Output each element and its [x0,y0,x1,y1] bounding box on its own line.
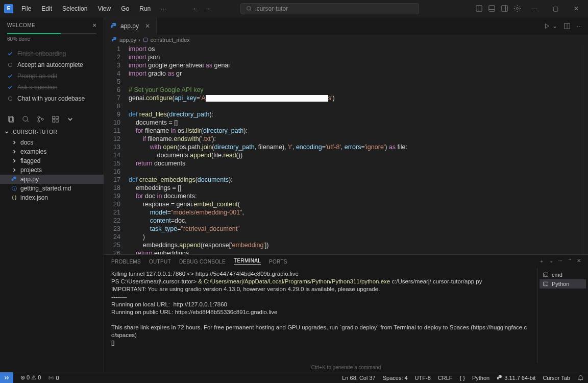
info-file-icon [11,185,17,192]
status-cursor-tab[interactable]: Cursor Tab [543,375,570,381]
function-icon [142,37,149,43]
app-logo[interactable]: E [4,4,13,13]
svg-point-12 [41,118,43,121]
run-button-icon[interactable] [543,22,550,30]
window-maximize[interactable]: ▢ [548,5,564,12]
svg-point-9 [23,116,28,121]
breadcrumb-symbol: construct_index [151,37,190,43]
minimap[interactable] [583,45,588,254]
welcome-close[interactable]: ✕ [92,22,97,28]
tree-file-app-py[interactable]: app.py [0,175,104,184]
explorer-files-icon[interactable] [7,115,15,123]
check-icon [7,51,13,57]
status-bell-icon[interactable] [577,374,584,381]
status-encoding[interactable]: UTF-8 [415,375,431,381]
window-minimize[interactable]: — [526,5,543,12]
panel-close[interactable]: ✕ [577,258,581,265]
tab-close-icon[interactable]: ✕ [145,22,150,30]
task-item[interactable]: Chat with your codebase [7,93,96,104]
chevron-right-icon [11,139,17,146]
panel-new-terminal[interactable]: ＋ [539,258,544,265]
menu-file[interactable]: File [17,3,35,14]
explorer-extensions-icon[interactable] [52,115,59,123]
status-spaces[interactable]: Spaces: 4 [383,375,408,381]
task-item[interactable]: Accept an autocomplete [7,59,96,70]
explorer-git-icon[interactable] [37,115,44,123]
tree-folder-flagged[interactable]: flagged [0,156,104,165]
tree-folder-projects[interactable]: projects [0,165,104,175]
task-item[interactable]: Prompt an edit [7,70,96,82]
tree-label: examples [20,148,46,155]
workspace-header[interactable]: .CURSOR-TUTOR [0,127,104,137]
menu-view[interactable]: View [93,3,115,14]
status-lang-brace[interactable]: { } [460,375,465,381]
terminal-session-python[interactable]: Python [540,279,586,289]
menu-more[interactable]: ··· [157,3,170,14]
python-file-icon [111,37,117,43]
svg-point-5 [8,63,12,67]
explorer-chevron-icon[interactable] [66,115,74,123]
terminal-output[interactable]: Killing tunnel 127.0.0.1:7860 <> https:/… [104,268,537,363]
menu-selection[interactable]: Selection [58,3,91,14]
code-editor[interactable]: 1234567891011121314151617181920212223242… [104,45,588,254]
tree-folder-docs[interactable]: docs [0,138,104,147]
status-cursor-pos[interactable]: Ln 68, Col 37 [342,375,375,381]
circle-icon [7,62,13,68]
window-close[interactable]: ✕ [569,5,584,12]
svg-rect-13 [53,116,55,119]
layout-sidebar-right-icon[interactable] [501,5,508,12]
task-item[interactable]: Finish onboarding [7,48,96,59]
settings-gear-icon[interactable] [513,5,521,12]
menu-run[interactable]: Run [135,3,155,14]
tree-folder-examples[interactable]: examples [0,147,104,156]
session-label: Python [552,281,569,287]
editor-more[interactable]: ··· [577,22,582,30]
nav-back[interactable]: ← [192,5,199,12]
panel-more[interactable]: ··· [558,258,562,265]
sidebar: WELCOME ✕ 60% done Finish onboardingAcce… [0,17,104,372]
tree-file-getting_started-md[interactable]: getting_started.md [0,184,104,193]
task-item[interactable]: Ask a question [7,82,96,93]
panel-dropdown[interactable]: ⌄ [549,258,553,265]
svg-rect-14 [56,116,58,119]
terminal-session-cmd[interactable]: cmd [540,270,586,279]
tab-app-py[interactable]: app.py ✕ [104,17,157,35]
status-eol[interactable]: CRLF [438,375,453,381]
tree-label: docs [20,139,33,146]
menu-edit[interactable]: Edit [37,3,56,14]
panel-tab-debug-console[interactable]: DEBUG CONSOLE [179,259,226,265]
status-ports[interactable]: 0 [48,375,59,381]
svg-rect-20 [143,38,148,42]
progress-label: 60% done [7,36,96,42]
chevron-right-icon [11,158,17,164]
breadcrumb[interactable]: app.py › construct_index [104,35,588,45]
status-python-version[interactable]: 3.11.7 64-bit [497,375,535,381]
panel-maximize[interactable]: ⌃ [568,258,572,265]
panel-tab-ports[interactable]: PORTS [269,259,287,265]
layout-panel-icon[interactable] [488,5,496,12]
svg-point-4 [517,8,519,10]
session-label: cmd [552,272,562,278]
svg-point-10 [38,116,40,118]
split-editor-icon[interactable] [564,22,571,30]
status-lang[interactable]: Python [472,375,489,381]
menu-go[interactable]: Go [117,3,133,14]
run-dropdown[interactable]: ⌄ [552,22,557,30]
remote-button[interactable] [0,372,13,384]
tree-file-index-json[interactable]: index.json [0,193,104,202]
chevron-right-icon [11,167,17,173]
status-errors[interactable]: ⊗ 0 ⚠ 0 [20,374,41,381]
panel-tab-output[interactable]: OUTPUT [149,259,171,265]
task-label: Prompt an edit [17,73,57,80]
command-search[interactable]: .cursor-tutor [240,3,419,14]
explorer-search-icon[interactable] [22,115,30,123]
nav-forward[interactable]: → [205,5,211,12]
title-bar: E FileEditSelectionViewGoRun··· ← → .cur… [0,0,588,17]
breadcrumb-file: app.py [119,37,136,43]
json-file-icon [11,195,17,201]
panel-tab-terminal[interactable]: TERMINAL [234,258,261,265]
terminal-icon [543,281,549,287]
layout-sidebar-left-icon[interactable] [475,5,483,12]
panel-tab-problems[interactable]: PROBLEMS [111,259,141,265]
task-label: Ask a question [17,84,58,91]
